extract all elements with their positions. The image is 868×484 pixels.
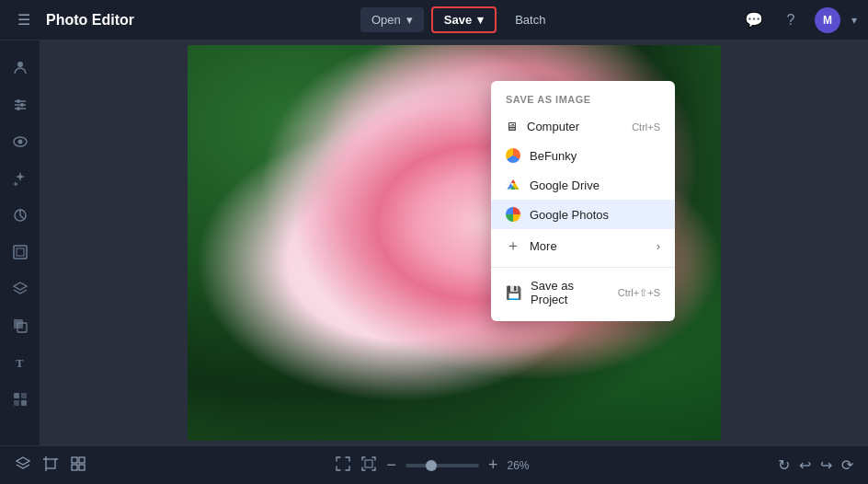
svg-rect-12 [14, 319, 23, 328]
canvas-area: Save as Image 🖥 Computer Ctrl+S BeFunky [40, 40, 868, 445]
svg-rect-11 [17, 248, 24, 256]
save-label: Save [444, 13, 472, 27]
redo-icon[interactable]: ↪ [820, 456, 832, 474]
svg-rect-21 [508, 188, 520, 190]
sidebar-item-adjustments[interactable] [4, 88, 37, 121]
svg-rect-15 [14, 393, 19, 398]
svg-point-0 [17, 62, 23, 67]
svg-rect-23 [72, 457, 77, 463]
svg-rect-18 [21, 400, 27, 406]
save-befunky-label: BeFunky [530, 149, 577, 163]
save-more-label: More [530, 239, 557, 253]
sidebar-item-effects[interactable] [4, 162, 37, 195]
header-right: 💬 ? M ▾ [741, 7, 857, 33]
sidebar-item-person[interactable] [4, 52, 37, 85]
save-project-item[interactable]: 💾 Save as Project Ctrl+⇧+S [491, 271, 675, 314]
save-computer-shortcut: Ctrl+S [632, 121, 660, 133]
sidebar-item-text[interactable]: T [4, 346, 37, 379]
save-project-label: Save as Project [531, 279, 609, 306]
layers-icon[interactable] [15, 455, 31, 476]
fit-screen-icon[interactable] [335, 455, 351, 476]
actual-size-icon[interactable] [360, 455, 377, 476]
more-arrow-icon: › [657, 239, 660, 253]
batch-button[interactable]: Batch [504, 7, 556, 32]
sidebar-item-retouch[interactable] [4, 199, 37, 232]
app-title: Photo Editor [46, 12, 134, 29]
comment-button[interactable]: 💬 [741, 7, 767, 33]
svg-rect-26 [79, 465, 85, 470]
svg-rect-17 [14, 400, 19, 406]
bottom-left [15, 455, 86, 476]
svg-rect-22 [46, 459, 55, 468]
google-photos-icon [506, 207, 520, 222]
dropdown-section-title: Save as Image [491, 88, 675, 112]
help-button[interactable]: ? [778, 7, 804, 33]
save-computer-label: Computer [527, 120, 579, 133]
save-computer-item[interactable]: 🖥 Computer Ctrl+S [491, 112, 675, 141]
zoom-slider-thumb [426, 460, 437, 471]
svg-marker-20 [511, 179, 516, 183]
sidebar-item-preview[interactable] [4, 125, 37, 158]
save-gdrive-item[interactable]: Google Drive [491, 170, 675, 200]
sidebar-item-overlays[interactable] [4, 309, 37, 342]
history-icon[interactable]: ⟳ [841, 456, 853, 474]
svg-point-8 [17, 140, 22, 144]
svg-point-4 [20, 103, 24, 107]
save-dropdown-menu: Save as Image 🖥 Computer Ctrl+S BeFunky [491, 81, 675, 321]
svg-rect-27 [365, 460, 372, 467]
save-project-shortcut: Ctrl+⇧+S [618, 287, 660, 299]
crop-icon[interactable] [42, 455, 59, 476]
redo-history-icon[interactable]: ↻ [778, 456, 790, 474]
svg-rect-16 [21, 393, 27, 398]
svg-rect-24 [79, 457, 85, 463]
save-chevron: ▾ [477, 13, 484, 27]
open-button[interactable]: Open ▾ [360, 7, 424, 32]
batch-label: Batch [515, 13, 545, 27]
sidebar-item-graphics[interactable] [4, 383, 37, 416]
sidebar-item-layers[interactable] [4, 272, 37, 305]
main-area: T Save as Image 🖥 Computer Ctrl+S BeFunk… [0, 40, 868, 445]
google-drive-icon [506, 178, 520, 192]
sidebar-item-frames[interactable] [4, 236, 37, 269]
sidebar: T [0, 40, 40, 445]
zoom-slider[interactable] [405, 464, 479, 467]
grid-icon[interactable] [70, 455, 86, 476]
open-label: Open [371, 13, 401, 27]
open-chevron: ▾ [406, 13, 413, 27]
svg-text:T: T [16, 356, 24, 370]
save-gphotos-item[interactable]: Google Photos [491, 200, 675, 229]
bottom-center: − + 26% [86, 455, 778, 476]
zoom-percent: 26% [508, 459, 530, 472]
save-project-icon: 💾 [506, 285, 521, 300]
save-gdrive-label: Google Drive [530, 179, 600, 192]
svg-rect-25 [72, 465, 77, 470]
save-befunky-item[interactable]: BeFunky [491, 141, 675, 170]
svg-point-6 [17, 107, 20, 110]
save-more-item[interactable]: ＋ More › [491, 229, 675, 263]
bottom-bar: − + 26% ↻ ↩ ↪ ⟳ [0, 445, 868, 484]
zoom-in-icon[interactable]: + [488, 455, 498, 475]
menu-button[interactable]: ☰ [11, 7, 37, 33]
avatar[interactable]: M [815, 7, 840, 33]
more-icon: ＋ [506, 236, 520, 256]
svg-point-2 [17, 99, 20, 103]
save-gphotos-label: Google Photos [530, 208, 609, 222]
dropdown-divider [491, 267, 675, 268]
monitor-icon: 🖥 [506, 120, 518, 133]
save-button[interactable]: Save ▾ [431, 6, 497, 33]
bottom-right: ↻ ↩ ↪ ⟳ [778, 456, 853, 474]
undo-icon[interactable]: ↩ [799, 456, 811, 474]
header: ☰ Photo Editor Open ▾ Save ▾ Batch 💬 ? M… [0, 0, 868, 40]
befunky-icon [506, 148, 520, 163]
svg-rect-10 [14, 246, 27, 259]
zoom-out-icon[interactable]: − [386, 455, 396, 475]
